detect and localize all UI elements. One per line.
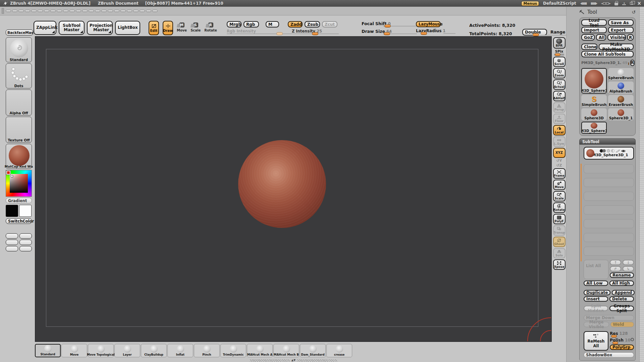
load-tool-button[interactable]: Load Tool: [581, 19, 607, 26]
menus-button[interactable]: Menus: [521, 1, 539, 6]
eye-visibility-icon[interactable]: [621, 149, 626, 153]
range-slider-handle[interactable]: [533, 33, 539, 36]
groups-split-button[interactable]: Groups Split: [609, 306, 634, 311]
menu-item[interactable]: [12, 10, 17, 12]
brush-preset-button[interactable]: ClayBuildup: [141, 344, 167, 357]
brush-preset-button[interactable]: Dam_Standard: [300, 344, 326, 357]
menu-item[interactable]: [6, 10, 11, 12]
current-texture-slot[interactable]: Texture Off: [6, 117, 32, 143]
current-material-slot[interactable]: MatCap Red Wa: [6, 144, 32, 169]
switch-color-button[interactable]: SwitchColor: [6, 218, 32, 224]
xyz-symmetry-button[interactable]: XYZ: [553, 148, 566, 158]
brush-preset-button[interactable]: Pinch: [194, 344, 220, 357]
close-icon[interactable]: ×: [637, 1, 641, 6]
secondary-color-swatch[interactable]: [19, 205, 32, 217]
restore-icon[interactable]: [630, 2, 633, 5]
polish-toggle-icon[interactable]: [631, 338, 634, 341]
goz-button[interactable]: GoZ: [581, 34, 595, 41]
perspective-button[interactable]: Persp: [553, 102, 566, 113]
lightbox-button[interactable]: LightBox: [115, 21, 140, 35]
menu-item[interactable]: [31, 10, 37, 12]
brush-preset-button[interactable]: TrimDynamic: [220, 344, 246, 357]
lock-icon[interactable]: [614, 3, 618, 5]
draw-mode-button[interactable]: Draw: [163, 21, 173, 35]
menu-item[interactable]: [114, 10, 119, 12]
menu-item[interactable]: [25, 10, 30, 12]
menu-item[interactable]: [101, 10, 107, 12]
subtool-item-unused[interactable]: [584, 164, 634, 173]
zcut-button[interactable]: Zcut: [322, 21, 337, 27]
append-button[interactable]: Append: [612, 290, 635, 295]
frame-button[interactable]: Frame: [553, 168, 566, 179]
slider-handle[interactable]: [628, 62, 629, 65]
subtool-down-button[interactable]: ↓: [623, 260, 634, 265]
subtool-item-unused[interactable]: [584, 205, 634, 215]
zoom-button[interactable]: Zoom: [553, 68, 566, 78]
brush-preset-button[interactable]: Move: [61, 344, 87, 357]
rename-button[interactable]: Rename: [610, 273, 634, 278]
subtool-up-button[interactable]: ↑: [610, 260, 621, 265]
move-canvas-button[interactable]: Move: [553, 180, 566, 190]
local-transform-button[interactable]: Local: [553, 125, 566, 135]
subtool-section-header[interactable]: SubTool: [579, 138, 636, 144]
brush-preset-button[interactable]: Standard: [35, 344, 61, 357]
view-button[interactable]: [6, 246, 18, 251]
minimize-icon[interactable]: ▾: [622, 2, 626, 5]
rgb-intensity-slider[interactable]: Rgb Intensity: [227, 29, 288, 35]
menu-item[interactable]: [146, 10, 151, 12]
spin-z-icon[interactable]: ↺Z: [556, 164, 562, 167]
clone-button[interactable]: Clone: [581, 44, 597, 50]
zsub-button[interactable]: Zsub: [305, 21, 320, 27]
save-as-button[interactable]: Save As: [608, 19, 634, 26]
goz-all-button[interactable]: All: [596, 34, 606, 41]
xpose-button[interactable]: Xpose: [553, 259, 566, 270]
document-canvas[interactable]: [35, 36, 552, 342]
import-button[interactable]: Import: [581, 27, 607, 33]
subtool-item-unused[interactable]: [584, 192, 634, 201]
reset-palette-icon[interactable]: ↺: [632, 9, 636, 15]
menu-item[interactable]: [108, 10, 113, 12]
brush-preset-button[interactable]: crease: [326, 344, 352, 357]
brush-preset-button[interactable]: MAHcut Mech B: [273, 344, 299, 357]
transparency-button[interactable]: Transp: [553, 225, 566, 236]
slider-handle[interactable]: [612, 342, 618, 344]
backface-mask-button[interactable]: BackfaceMas: [6, 29, 33, 36]
shadowbox-button[interactable]: ShadowBox: [584, 352, 634, 358]
mrgb-button[interactable]: Mrgb: [227, 21, 241, 27]
goz-r-button[interactable]: R: [627, 34, 634, 41]
tool-thumb-pm3d-sphere3d-large[interactable]: PM3D_Sphere3D: [581, 68, 607, 94]
subtool-item-unused[interactable]: [584, 219, 634, 228]
tool-thumb-spherebrush[interactable]: SphereBrush: [608, 68, 634, 80]
window-cycle-icon[interactable]: ◂▸: [601, 2, 610, 5]
menu-item[interactable]: [95, 10, 100, 12]
tool-pick-icon[interactable]: [579, 10, 585, 14]
tool-thumb-sphere3d[interactable]: Sphere3D: [581, 108, 607, 120]
tool-thumb-pm3d-sphere3d-small[interactable]: PM3D_Sphere3D: [581, 122, 607, 134]
default-zscript-label[interactable]: DefaultZScript: [543, 1, 576, 6]
main-color-swatch[interactable]: [6, 205, 18, 217]
actual-size-button[interactable]: Actual: [553, 79, 566, 90]
rotate-canvas-button[interactable]: Rotate: [553, 202, 566, 213]
solo-button[interactable]: Solo: [553, 248, 566, 258]
menu-item[interactable]: [133, 10, 139, 12]
tray-divider[interactable]: ▲▼: [250, 359, 337, 362]
tool-thumb-alphabrush[interactable]: AlphaBrush: [608, 81, 634, 94]
remesh-all-button[interactable]: ReMesh All: [584, 331, 608, 351]
lazyradius-slider[interactable]: LazyRadius1: [416, 28, 455, 35]
scale-mode-button[interactable]: S Scale: [191, 21, 201, 32]
view-button[interactable]: [19, 233, 32, 239]
current-brush-slot[interactable]: Standard: [6, 37, 32, 62]
subtool-scrollbar[interactable]: [581, 164, 582, 261]
lazymouse-button[interactable]: LazyMouse: [416, 21, 441, 27]
edit-mode-button[interactable]: Edit: [149, 21, 159, 35]
aahalf-button[interactable]: AAHalf: [553, 91, 566, 101]
draw-size-slider[interactable]: Draw Size64: [362, 29, 417, 35]
make-polymesh3d-button[interactable]: Make PolyMesh3D: [599, 44, 634, 50]
menu-item[interactable]: [18, 10, 24, 12]
menu-item[interactable]: [63, 10, 68, 12]
slider-handle[interactable]: [421, 32, 427, 35]
split-hidden-button[interactable]: Split Hidden: [584, 306, 608, 311]
scroll-button[interactable]: Scroll: [553, 57, 566, 67]
delete-button[interactable]: Delete: [609, 296, 634, 302]
spin-y-icon[interactable]: ↺Y: [556, 159, 562, 163]
